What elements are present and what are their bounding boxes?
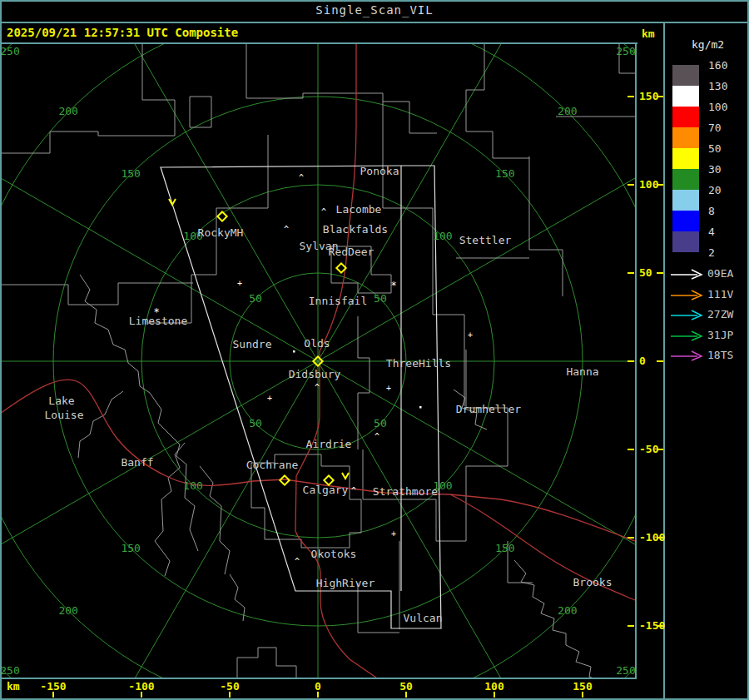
- right-axis-tick-mark: [627, 360, 634, 362]
- right-axis-tick-label: 100: [639, 178, 658, 191]
- status-separator: [0, 42, 637, 44]
- city-label: Vulcan: [404, 612, 443, 624]
- city-label: Banff: [121, 456, 153, 469]
- right-axis-tick-label: -50: [639, 443, 658, 455]
- radial-line: [318, 361, 576, 700]
- arrow-v-icon: [169, 199, 176, 205]
- track-arrow-icon: [669, 268, 706, 280]
- right-axis-tick-label: 50: [639, 266, 652, 279]
- window-title: Single_Scan_VIL: [0, 3, 749, 17]
- radial-lines: [0, 0, 749, 700]
- town-glyph-icon: ^: [351, 486, 356, 495]
- city-label: Calgary: [303, 484, 349, 496]
- town-glyph-icon: ^: [299, 173, 304, 182]
- city-label: Airdrie: [306, 438, 352, 450]
- track-arrow-icon: [669, 289, 706, 300]
- right-axis-tick-mark: [627, 184, 634, 186]
- bottom-axis-tick-label: -100: [128, 680, 154, 693]
- range-ring-label: 150: [495, 167, 514, 180]
- town-glyph-icon: *: [153, 306, 159, 318]
- range-ring-label: 200: [558, 604, 577, 617]
- city-labels: PonokaLacombeBlackfaldsSylvanRedDeerStet…: [45, 165, 613, 624]
- range-ring-label: 50: [374, 417, 387, 429]
- radial-line: [60, 0, 318, 361]
- radar-map[interactable]: 5050505010010010010015015015015020020020…: [0, 0, 749, 700]
- right-axis-tick-label: 0: [639, 355, 646, 367]
- right-axis-unit: km: [642, 27, 655, 40]
- timestamp: 2025/09/21 12:57:31 UTC Composite: [7, 26, 238, 39]
- bottom-axis-tick-label: -150: [40, 680, 66, 693]
- town-glyph-icon: ^: [321, 207, 326, 216]
- range-ring-label: 150: [121, 167, 140, 180]
- right-axis-tick-mark: [657, 625, 663, 627]
- range-ring-label: 250: [0, 664, 19, 677]
- city-label: Okotoks: [311, 548, 357, 560]
- track-arrow-icon: [669, 350, 706, 361]
- legend-color-swatch: [672, 127, 699, 148]
- bottom-axis-tick-label: 50: [399, 680, 413, 693]
- town-glyph-icon: +: [391, 529, 396, 539]
- radar-app-window: 5050505010010010010015015015015020020020…: [0, 0, 749, 700]
- town-glyph-icon: ^: [284, 225, 289, 234]
- map-bottom-border: [0, 678, 637, 679]
- track-id-label: 27ZW: [707, 308, 733, 320]
- range-ring-label: 200: [58, 604, 77, 617]
- range-ring-label: 200: [558, 105, 577, 117]
- track-legend-row: [669, 267, 706, 283]
- legend-scale-value: 20: [708, 184, 722, 196]
- legend-scale-value: 130: [708, 80, 727, 92]
- track-legend-row: [669, 308, 706, 324]
- range-ring-label: 100: [183, 479, 202, 492]
- range-ring-label: 50: [249, 417, 262, 429]
- range-ring: [0, 0, 749, 700]
- range-ring-label: 150: [121, 542, 140, 554]
- town-glyph-icon: +: [267, 394, 272, 403]
- legend-scale-value: 160: [708, 59, 727, 72]
- legend-color-swatch: [672, 148, 699, 169]
- city-label: Ponoka: [360, 165, 399, 177]
- right-axis-tick-label: 150: [639, 90, 658, 102]
- panel-divider: [663, 22, 665, 700]
- legend-color-swatch: [672, 169, 699, 190]
- legend-color-swatch: [672, 190, 699, 211]
- city-label: ThreeHills: [386, 357, 451, 370]
- city-label: Brooks: [573, 576, 613, 588]
- town-glyph-icon: +: [468, 330, 473, 340]
- range-ring-label: 200: [58, 105, 77, 117]
- range-ring-label: 50: [374, 292, 387, 305]
- legend-color-swatch: [672, 107, 699, 127]
- frame-top: [0, 0, 749, 2]
- track-id-label: 31JP: [707, 328, 733, 340]
- town-glyph-icon: ^: [374, 432, 379, 441]
- city-label: Louise: [45, 409, 84, 421]
- bottom-axis-tick-label: 0: [315, 680, 321, 693]
- track-legend-row: [669, 349, 706, 365]
- city-label: Lake: [48, 395, 74, 407]
- city-label: Strathmore: [373, 485, 438, 498]
- city-label: Blackfalds: [323, 223, 388, 236]
- range-ring-label: 150: [495, 542, 514, 554]
- legend-color-swatch: [672, 86, 699, 107]
- bottom-axis-tick-mark: [317, 692, 319, 698]
- town-glyph-icon: ^: [295, 557, 300, 566]
- city-label: Lacombe: [336, 203, 382, 216]
- legend-scale-value: 50: [708, 142, 722, 155]
- right-axis-tick-mark: [657, 96, 663, 97]
- legend-unit-label: kg/m2: [692, 38, 724, 51]
- city-label: Innisfail: [309, 295, 367, 307]
- range-ring-label: 250: [616, 45, 635, 57]
- town-dot-icon: [293, 350, 295, 353]
- legend-scale-value: 8: [708, 205, 715, 217]
- range-ring-label: 250: [0, 45, 19, 57]
- city-label: Didsbury: [289, 368, 341, 380]
- legend-scale-value: 2: [708, 246, 715, 259]
- arrow-v-icon: [342, 473, 349, 479]
- track-arrow-icon: [669, 309, 706, 320]
- bottom-axis-tick-mark: [52, 692, 54, 698]
- right-axis-tick-mark: [627, 96, 634, 97]
- track-id-label: 111V: [707, 287, 733, 300]
- right-axis-tick-mark: [627, 272, 634, 274]
- legend-scale-value: 70: [708, 122, 722, 134]
- right-axis-tick-mark: [657, 360, 663, 362]
- city-label: HighRiver: [316, 577, 375, 589]
